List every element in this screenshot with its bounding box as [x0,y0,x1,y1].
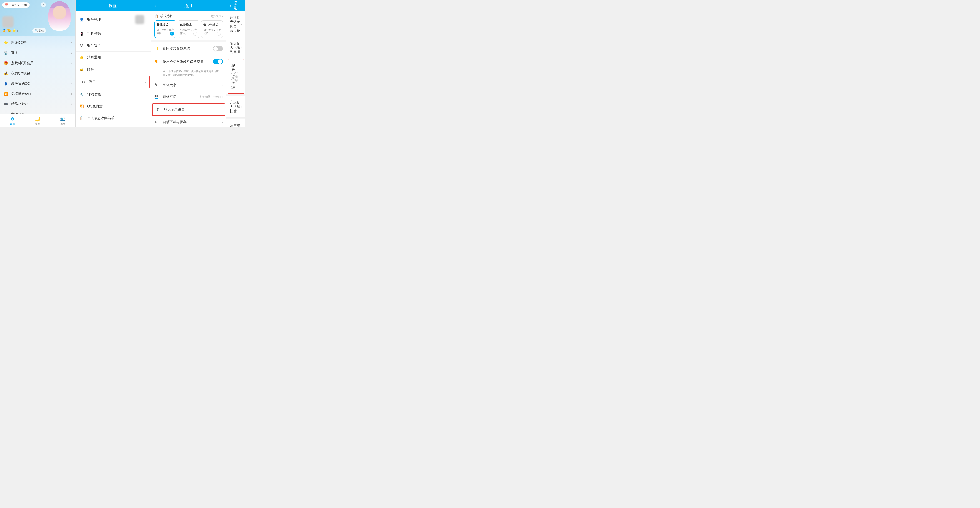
mode-normal-title: 普通模式 [156,23,174,27]
mode-card-experience[interactable]: 体验模式 全新设计，全新体验。 [178,21,199,38]
general-item-font-size[interactable]: A 字体大小 › [151,79,226,91]
traffic-icon: 📶 [3,92,8,96]
general-item-auto-download[interactable]: ⬇ 自动下载与保存 › [151,116,226,127]
general-item-night-mode[interactable]: 🌙 夜间模式跟随系统 [151,42,226,55]
settings-item-general[interactable]: ⚙ 通用 › [77,76,150,88]
settings-item-security[interactable]: 🛡 账号安全 › [76,40,151,52]
chevron-right-icon: › [71,41,72,44]
settings-title: 设置 [83,3,143,8]
checkin-icon: 📅 [5,3,8,6]
album-icon: 🖼 [3,112,8,114]
bottom-tab-bar: ⚙ 设置 🌙 夜间 🌊 海珠 [0,114,75,127]
menu-item-member[interactable]: 🎁 点我6折开会员 › [0,58,75,68]
vip-icon: 👑 [7,29,11,33]
back-button[interactable]: ‹ [154,3,156,8]
chat-item-roaming[interactable]: 聊天记录漫游 不漫游 › [228,59,244,94]
chevron-right-icon: › [222,83,223,87]
user-avatar [2,16,14,27]
status-button[interactable]: 🔍 状态 [32,28,46,33]
chevron-right-icon: › [146,44,148,47]
settings-item-account[interactable]: 👤 账号管理 › [76,11,151,28]
panel-chat-record-settings: ‹ 聊天记录设置 迁移聊天记录到另一台设备 › 备份聊天记录到电脑 › 聊天记录… [226,0,245,127]
settings-item-privacy[interactable]: 🔒 隐私 › [76,64,151,75]
chevron-right-icon: › [146,93,148,96]
night-mode-icon: 🌙 [154,47,160,51]
menu-item-dress[interactable]: 👗 装扮我的QQ › [0,78,75,89]
settings-item-free-traffic[interactable]: 📶 QQ免流量 › [76,100,151,112]
settings-item-phone[interactable]: 📱 手机号码 › [76,28,151,40]
mobile-network-sub: Wi-Fi下通话效果不佳时，使用移动网络改善语音质量，每分钟流量消耗约1MB。 [151,68,226,79]
mode-normal-check: ✓ [170,32,174,36]
chat-item-clear-list[interactable]: 清空消息列表 › [226,119,245,127]
general-item-chat-record[interactable]: ⏱ 聊天记录设置 › [152,104,225,116]
tab-night[interactable]: 🌙 夜间 [25,114,51,127]
chevron-right-icon: › [146,56,148,59]
last-clean-label: 上次清理：一年前 [199,95,221,99]
close-button[interactable]: ✕ [41,2,46,7]
general-title: 通用 [158,3,218,8]
menu-item-wallet[interactable]: 💰 我的QQ钱包 › [0,68,75,78]
mode-section: 📋 模式选择 更多模式 › 普通模式 随心使用，畅享装扮。 ✓ 体验模式 全新设… [151,11,226,40]
settings-item-info-collect[interactable]: 📋 个人信息收集清单 › [76,112,151,124]
mode-experience-check [193,32,197,36]
general-item-storage[interactable]: 💾 存储空间 上次清理：一年前 › [151,91,226,103]
grid-icon: ⊞ [17,29,20,33]
mode-header: 📋 模式选择 更多模式 › [154,14,223,18]
security-icon: 🛡 [79,44,84,48]
chat-item-upgrade-performance[interactable]: 升级聊天消息性能 › [226,96,245,118]
chevron-right-icon: › [241,126,242,127]
menu-item-free-traffic[interactable]: 📶 免流量送SVIP › [0,89,75,99]
settings-header: ‹ 设置 [76,0,151,11]
toggle-knob [213,46,218,51]
storage-icon: 💾 [154,95,160,99]
phone-icon: 📱 [79,32,84,36]
checkin-badge[interactable]: 📅 今天还没打卡哦 [2,2,30,8]
account-avatar [135,15,144,24]
settings-list: 👤 账号管理 › 📱 手机号码 › 🛡 账号安全 › 🔔 消息通知 › 🔒 隐私… [76,11,151,127]
tab-settings[interactable]: ⚙ 设置 [0,114,25,127]
menu-item-super-qq[interactable]: ⭐ 超级QQ秀 › [0,38,75,48]
chevron-right-icon: › [146,18,148,21]
haizhu-tab-icon: 🌊 [60,116,66,122]
back-button[interactable]: ‹ [230,3,231,8]
mode-card-youth[interactable]: 青少年模式 功能管控，守护成长。 [201,21,223,38]
checkin-label: 今天还没打卡哦 [9,3,27,6]
chevron-right-icon: › [146,116,148,120]
font-size-icon: A [154,83,160,87]
settings-item-third-party[interactable]: 🔗 第三方个人信息共享清单 › [76,124,151,127]
chevron-right-icon: › [71,82,72,85]
mode-card-normal[interactable]: 普通模式 随心使用，畅享装扮。 ✓ [154,21,176,38]
chat-item-backup[interactable]: 备份聊天记录到电脑 › [226,37,245,59]
free-traffic-icon: 📶 [79,104,84,108]
chevron-right-icon: › [241,46,242,49]
back-button[interactable]: ‹ [79,3,80,8]
settings-item-notification[interactable]: 🔔 消息通知 › [76,52,151,64]
medal-icon: 🏅 [2,29,6,33]
mode-header-icon: 📋 [154,14,158,18]
chevron-right-icon: › [71,72,72,75]
chevron-right-icon: › [241,22,242,25]
chevron-right-icon: › [241,105,242,108]
live-icon: 📡 [3,51,8,55]
tab-haizhu[interactable]: 🌊 海珠 [50,114,75,127]
mode-cards: 普通模式 随心使用，畅享装扮。 ✓ 体验模式 全新设计，全新体验。 青少年模式 … [154,21,223,38]
menu-item-album[interactable]: 🖼 我的相册 › [0,109,75,114]
chevron-right-icon: › [71,113,72,114]
star-icon: ⭐ [12,29,16,33]
menu-item-live[interactable]: 📡 直播 › [0,48,75,58]
mode-selection-label: 模式选择 [160,14,210,18]
chevron-right-icon: › [222,121,223,124]
info-collect-icon: 📋 [79,116,84,120]
download-icon: ⬇ [154,120,160,124]
settings-item-accessibility[interactable]: 🔧 辅助功能 › [76,89,151,100]
general-item-mobile-network[interactable]: 📶 使用移动网络改善语音质量 [151,55,226,68]
mobile-network-toggle[interactable] [213,59,223,64]
menu-item-games[interactable]: 🎮 精品小游戏 › [0,99,75,109]
general-list: 🌙 夜间模式跟随系统 📶 使用移动网络改善语音质量 Wi-Fi下通话效果不佳时，… [151,42,226,127]
user-info: 🏅 👑 ⭐ ⊞ [2,16,20,33]
mode-more-label[interactable]: 更多模式 › [210,14,223,18]
panel1-menu-list: ⭐ 超级QQ秀 › 📡 直播 › 🎁 点我6折开会员 › 💰 我的QQ钱包 › … [0,37,75,114]
chevron-right-icon: › [71,92,72,96]
panel-qq-menu: 📅 今天还没打卡哦 ✕ 🔍 状态 🏅 👑 ⭐ ⊞ ⭐ 超级QQ秀 › [0,0,75,127]
night-mode-toggle[interactable] [213,46,223,51]
